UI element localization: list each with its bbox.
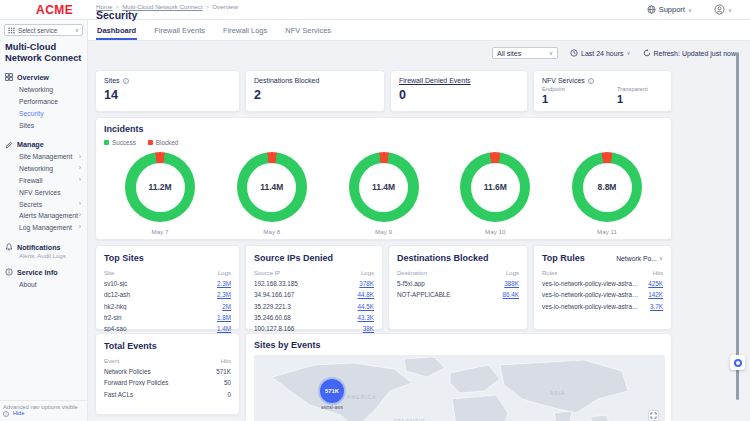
sidebar-item-manage-networking[interactable]: Networking› — [0, 163, 87, 175]
info-icon: i — [588, 78, 594, 84]
sidebar-item-nfv-services[interactable]: NFV Services — [0, 186, 87, 198]
logs-link[interactable]: 388K — [504, 280, 519, 287]
legend-success-swatch — [104, 140, 109, 145]
globe-icon — [647, 5, 656, 14]
notifications-subtitle: Alerts, Audit Logs — [0, 253, 87, 259]
nav-section-service-info: Service Info About — [0, 266, 87, 291]
map-label-asia: ASIA — [550, 390, 565, 396]
top-sites-card: Top Sites SiteLogs sv10-sjc2.3M dc12-ash… — [95, 245, 240, 330]
logs-link[interactable]: 38K — [363, 325, 374, 332]
legend-success-label: Success — [112, 139, 136, 146]
hide-nav-link[interactable]: Hide — [13, 410, 25, 416]
donut-chart[interactable]: 11.4M — [237, 152, 307, 222]
info-icon: i — [3, 411, 9, 417]
site-selector-dropdown[interactable]: All sites ∨ — [492, 47, 558, 59]
logs-link[interactable]: 44.8K — [358, 291, 374, 298]
table-row: ves-io-network-policy-view-astral-aws-eg… — [542, 280, 663, 287]
incidents-legend: Success Blocked — [104, 139, 663, 146]
table-row: 192.168.33.185378K — [254, 280, 374, 287]
support-label: Support — [659, 5, 685, 14]
support-menu[interactable]: Support ∨ — [647, 5, 692, 14]
table-row: ves-io-network-policy-view-astral-aws-sl… — [542, 303, 663, 310]
table-row: sp4-sao1.4M — [104, 325, 231, 332]
logs-link[interactable]: 2.3M — [217, 280, 231, 287]
table-row: 100.127.8.16638K — [254, 325, 374, 332]
breadcrumb-overview: Overview — [212, 3, 238, 10]
table-row: Forward Proxy Policies50 — [104, 379, 231, 386]
total-events-card: Total Events EventHits Network Policies5… — [95, 333, 240, 415]
sidebar-item-security[interactable]: Security — [0, 108, 87, 120]
world-map[interactable]: NORTH AMERICA ASIA ATLANTIC AFRICA 571K … — [254, 355, 665, 421]
logs-link[interactable]: 86.4K — [503, 291, 519, 298]
acme-logo: ACME — [36, 3, 73, 17]
tab-dashboard[interactable]: Dashboard — [96, 22, 137, 40]
page-title: Security — [96, 9, 137, 21]
nav-head-overview[interactable]: Overview — [0, 71, 87, 84]
account-menu[interactable]: ∨ — [714, 4, 732, 15]
select-service-dropdown[interactable]: Select service ∨ — [4, 24, 83, 36]
pencil-icon — [5, 141, 13, 149]
sidebar-item-networking[interactable]: Networking — [0, 84, 87, 96]
rules-type-dropdown[interactable]: Network Po...∨ — [616, 255, 663, 262]
logs-link[interactable]: 2.3M — [217, 291, 231, 298]
nav-head-manage[interactable]: Manage — [0, 138, 87, 151]
sidebar-item-sites[interactable]: Sites — [0, 119, 87, 131]
donut-chart[interactable]: 11.6M — [460, 152, 530, 222]
sidebar-item-site-management[interactable]: Site Management› — [0, 151, 87, 163]
main-content: All sites ∨ Last 24 hours ∨ Refresh: Upd… — [88, 41, 750, 421]
logs-link[interactable]: 43.3K — [358, 314, 374, 321]
hits-link[interactable]: 425K — [648, 280, 663, 287]
sidebar-item-firewall[interactable]: Firewall› — [0, 175, 87, 187]
donut-chart[interactable]: 11.4M — [349, 152, 419, 222]
sidebar-item-about[interactable]: About — [0, 279, 87, 291]
help-button[interactable] — [730, 355, 745, 370]
logs-link[interactable]: 44.5K — [358, 303, 374, 310]
logs-link[interactable]: 378K — [359, 280, 374, 287]
nfv-transparent-label: Transparent — [617, 86, 648, 92]
donut-may-7: 11.2M May 7 — [118, 152, 202, 235]
table-row: Network Policies571K — [104, 368, 231, 375]
top-rules-card: Top Rules Network Po...∨ RulesHits ves-i… — [533, 245, 672, 330]
sidebar-item-log-management[interactable]: Log Management› — [0, 222, 87, 234]
sites-by-events-card: Sites by Events NORTH AMERICA ASI — [245, 333, 672, 421]
hits-link[interactable]: 142K — [648, 291, 663, 298]
select-service-label: Select service — [18, 27, 57, 34]
map-marker-astral-aws[interactable]: 571K — [320, 379, 344, 403]
donut-chart[interactable]: 8.8M — [572, 152, 642, 222]
kpi-card-sites: Sitesi 14 — [95, 70, 240, 112]
map-expand-button[interactable] — [648, 410, 659, 421]
table-row: ves-io-network-policy-view-astral-aws-in… — [542, 291, 663, 298]
refresh-button[interactable]: Refresh: Updated just now — [643, 49, 737, 57]
kpi-sites-label: Sites — [104, 77, 120, 84]
logs-link[interactable]: 2M — [222, 303, 231, 310]
legend-blocked-label: Blocked — [156, 139, 178, 146]
nav-head-service-info[interactable]: Service Info — [0, 266, 87, 279]
sidebar-item-secrets[interactable]: Secrets› — [0, 198, 87, 210]
sidebar-item-alerts-management[interactable]: Alerts Management› — [0, 210, 87, 222]
tab-firewall-logs[interactable]: Firewall Logs — [222, 22, 268, 40]
logs-link[interactable]: 1.8M — [217, 314, 231, 321]
chevron-down-icon: ∨ — [659, 255, 663, 261]
vertical-scrollbar[interactable] — [736, 52, 739, 400]
tab-nfv-services[interactable]: NFV Services — [284, 22, 332, 40]
kpi-firewall-denied-link[interactable]: Firewall Denied Events — [399, 77, 519, 84]
hits-link[interactable]: 3.7K — [650, 303, 663, 310]
refresh-icon — [643, 49, 651, 57]
help-icon — [734, 359, 742, 367]
chevron-down-icon: ∨ — [626, 50, 630, 56]
kpi-destinations-label: Destinations Blocked — [254, 77, 376, 84]
tab-firewall-events[interactable]: Firewall Events — [153, 22, 206, 40]
chevron-down-icon: ∨ — [688, 7, 692, 13]
sidebar-item-performance[interactable]: Performance — [0, 96, 87, 108]
table-row: Fast ACLs0 — [104, 391, 231, 398]
table-row: 35.246.60.6843.3K — [254, 314, 374, 321]
chevron-right-icon: › — [79, 176, 81, 183]
time-range-dropdown[interactable]: Last 24 hours ∨ — [570, 49, 630, 57]
source-ips-denied-card: Source IPs Denied Source IPLogs 192.168.… — [245, 245, 383, 330]
chevron-down-icon: ∨ — [75, 27, 79, 33]
sidebar-footer: Advanced nav options visible i Hide — [0, 400, 87, 421]
incidents-card: Incidents Success Blocked 11.2M May 7 11… — [95, 117, 672, 240]
donut-chart[interactable]: 11.2M — [125, 152, 195, 222]
chevron-right-icon: › — [79, 200, 81, 207]
logs-link[interactable]: 1.4M — [217, 325, 231, 332]
